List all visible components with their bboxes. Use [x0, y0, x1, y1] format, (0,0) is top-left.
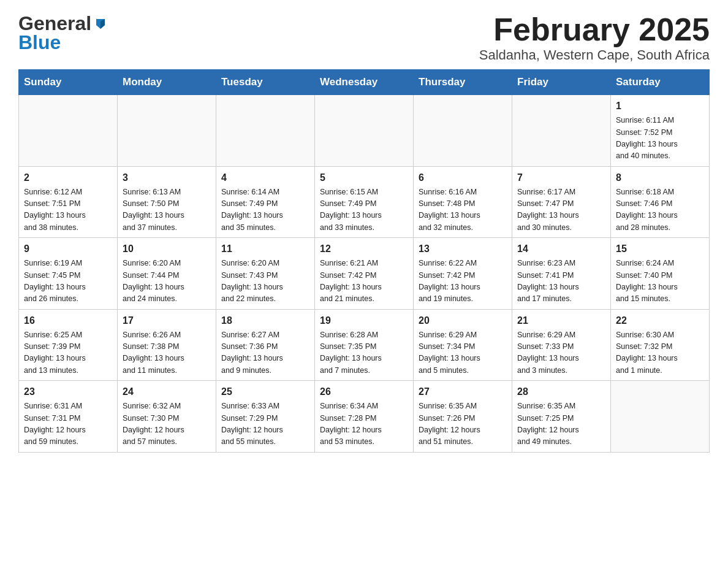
- calendar-day-cell: 6Sunrise: 6:16 AMSunset: 7:48 PMDaylight…: [414, 166, 512, 238]
- calendar-day-cell: 7Sunrise: 6:17 AMSunset: 7:47 PMDaylight…: [512, 166, 611, 238]
- day-sun-info: Sunrise: 6:15 AMSunset: 7:49 PMDaylight:…: [320, 186, 408, 234]
- day-sun-info: Sunrise: 6:20 AMSunset: 7:43 PMDaylight:…: [221, 258, 309, 305]
- day-number: 20: [419, 313, 507, 328]
- calendar-day-cell: 12Sunrise: 6:21 AMSunset: 7:42 PMDayligh…: [315, 238, 414, 310]
- day-of-week-header: Wednesday: [315, 70, 414, 95]
- calendar-body: 1Sunrise: 6:11 AMSunset: 7:52 PMDaylight…: [19, 95, 710, 453]
- day-number: 25: [221, 385, 309, 399]
- day-number: 26: [320, 385, 408, 399]
- calendar-week-row: 16Sunrise: 6:25 AMSunset: 7:39 PMDayligh…: [19, 309, 710, 381]
- day-sun-info: Sunrise: 6:27 AMSunset: 7:36 PMDaylight:…: [221, 329, 309, 377]
- day-sun-info: Sunrise: 6:18 AMSunset: 7:46 PMDaylight:…: [616, 186, 704, 234]
- calendar-day-cell: [216, 95, 315, 167]
- calendar-day-cell: 25Sunrise: 6:33 AMSunset: 7:29 PMDayligh…: [216, 381, 315, 453]
- calendar-day-cell: [611, 381, 710, 453]
- day-number: 14: [517, 242, 605, 256]
- calendar-day-cell: 9Sunrise: 6:19 AMSunset: 7:45 PMDaylight…: [19, 238, 118, 310]
- calendar-day-cell: 20Sunrise: 6:29 AMSunset: 7:34 PMDayligh…: [414, 309, 512, 381]
- calendar-day-cell: 15Sunrise: 6:24 AMSunset: 7:40 PMDayligh…: [611, 238, 710, 310]
- day-number: 28: [517, 385, 605, 399]
- calendar-day-cell: 16Sunrise: 6:25 AMSunset: 7:39 PMDayligh…: [19, 309, 118, 381]
- calendar-day-cell: 11Sunrise: 6:20 AMSunset: 7:43 PMDayligh…: [216, 238, 315, 310]
- day-sun-info: Sunrise: 6:28 AMSunset: 7:35 PMDaylight:…: [320, 329, 408, 377]
- calendar-day-cell: 18Sunrise: 6:27 AMSunset: 7:36 PMDayligh…: [216, 309, 315, 381]
- calendar-day-cell: [118, 95, 216, 167]
- calendar-day-cell: 21Sunrise: 6:29 AMSunset: 7:33 PMDayligh…: [512, 309, 611, 381]
- day-sun-info: Sunrise: 6:26 AMSunset: 7:38 PMDaylight:…: [123, 329, 211, 377]
- calendar-day-cell: 27Sunrise: 6:35 AMSunset: 7:26 PMDayligh…: [414, 381, 512, 453]
- day-number: 24: [123, 385, 211, 399]
- day-number: 12: [320, 242, 408, 256]
- calendar-header: SundayMondayTuesdayWednesdayThursdayFrid…: [19, 70, 710, 95]
- day-sun-info: Sunrise: 6:35 AMSunset: 7:26 PMDaylight:…: [419, 400, 507, 448]
- day-sun-info: Sunrise: 6:23 AMSunset: 7:41 PMDaylight:…: [517, 258, 605, 305]
- day-number: 6: [419, 170, 507, 185]
- day-number: 21: [517, 313, 605, 328]
- day-number: 27: [419, 385, 507, 399]
- day-of-week-header: Saturday: [611, 70, 710, 95]
- day-sun-info: Sunrise: 6:17 AMSunset: 7:47 PMDaylight:…: [517, 186, 605, 234]
- calendar-day-cell: [19, 95, 118, 167]
- calendar-location: Saldanha, Western Cape, South Africa: [479, 47, 710, 63]
- day-sun-info: Sunrise: 6:31 AMSunset: 7:31 PMDaylight:…: [24, 400, 112, 448]
- calendar-day-cell: 4Sunrise: 6:14 AMSunset: 7:49 PMDaylight…: [216, 166, 315, 238]
- day-number: 4: [221, 170, 309, 185]
- day-sun-info: Sunrise: 6:29 AMSunset: 7:33 PMDaylight:…: [517, 329, 605, 377]
- day-of-week-header: Monday: [118, 70, 216, 95]
- calendar-month-year: February 2025: [479, 12, 710, 47]
- calendar-day-cell: 23Sunrise: 6:31 AMSunset: 7:31 PMDayligh…: [19, 381, 118, 453]
- day-sun-info: Sunrise: 6:19 AMSunset: 7:45 PMDaylight:…: [24, 258, 112, 305]
- day-number: 19: [320, 313, 408, 328]
- day-number: 2: [24, 170, 112, 185]
- logo-blue-text: Blue: [18, 31, 61, 54]
- day-number: 13: [419, 242, 507, 256]
- calendar-week-row: 23Sunrise: 6:31 AMSunset: 7:31 PMDayligh…: [19, 381, 710, 453]
- day-sun-info: Sunrise: 6:32 AMSunset: 7:30 PMDaylight:…: [123, 400, 211, 448]
- day-number: 9: [24, 242, 112, 256]
- day-number: 3: [123, 170, 211, 185]
- day-sun-info: Sunrise: 6:12 AMSunset: 7:51 PMDaylight:…: [24, 186, 112, 234]
- day-sun-info: Sunrise: 6:33 AMSunset: 7:29 PMDaylight:…: [221, 400, 309, 448]
- day-sun-info: Sunrise: 6:13 AMSunset: 7:50 PMDaylight:…: [123, 186, 211, 234]
- day-of-week-header: Tuesday: [216, 70, 315, 95]
- day-sun-info: Sunrise: 6:21 AMSunset: 7:42 PMDaylight:…: [320, 258, 408, 305]
- day-of-week-header: Thursday: [414, 70, 512, 95]
- day-sun-info: Sunrise: 6:22 AMSunset: 7:42 PMDaylight:…: [419, 258, 507, 305]
- calendar-day-cell: 10Sunrise: 6:20 AMSunset: 7:44 PMDayligh…: [118, 238, 216, 310]
- calendar-day-cell: 3Sunrise: 6:13 AMSunset: 7:50 PMDaylight…: [118, 166, 216, 238]
- day-number: 23: [24, 385, 112, 399]
- calendar-week-row: 9Sunrise: 6:19 AMSunset: 7:45 PMDaylight…: [19, 238, 710, 310]
- day-sun-info: Sunrise: 6:11 AMSunset: 7:52 PMDaylight:…: [616, 115, 704, 163]
- calendar-day-cell: 5Sunrise: 6:15 AMSunset: 7:49 PMDaylight…: [315, 166, 414, 238]
- calendar-day-cell: 28Sunrise: 6:35 AMSunset: 7:25 PMDayligh…: [512, 381, 611, 453]
- calendar-title-block: February 2025 Saldanha, Western Cape, So…: [479, 12, 710, 63]
- day-of-week-header: Friday: [512, 70, 611, 95]
- day-sun-info: Sunrise: 6:34 AMSunset: 7:28 PMDaylight:…: [320, 400, 408, 448]
- day-number: 11: [221, 242, 309, 256]
- calendar-day-cell: 1Sunrise: 6:11 AMSunset: 7:52 PMDaylight…: [611, 95, 710, 167]
- calendar-day-cell: 22Sunrise: 6:30 AMSunset: 7:32 PMDayligh…: [611, 309, 710, 381]
- calendar-table: SundayMondayTuesdayWednesdayThursdayFrid…: [18, 69, 710, 453]
- calendar-day-cell: [315, 95, 414, 167]
- day-sun-info: Sunrise: 6:24 AMSunset: 7:40 PMDaylight:…: [616, 258, 704, 305]
- day-sun-info: Sunrise: 6:16 AMSunset: 7:48 PMDaylight:…: [419, 186, 507, 234]
- calendar-day-cell: 13Sunrise: 6:22 AMSunset: 7:42 PMDayligh…: [414, 238, 512, 310]
- day-number: 8: [616, 170, 704, 185]
- calendar-day-cell: [414, 95, 512, 167]
- day-sun-info: Sunrise: 6:20 AMSunset: 7:44 PMDaylight:…: [123, 258, 211, 305]
- day-number: 16: [24, 313, 112, 328]
- day-number: 22: [616, 313, 704, 328]
- calendar-day-cell: 26Sunrise: 6:34 AMSunset: 7:28 PMDayligh…: [315, 381, 414, 453]
- day-sun-info: Sunrise: 6:14 AMSunset: 7:49 PMDaylight:…: [221, 186, 309, 234]
- day-sun-info: Sunrise: 6:25 AMSunset: 7:39 PMDaylight:…: [24, 329, 112, 377]
- days-of-week-row: SundayMondayTuesdayWednesdayThursdayFrid…: [19, 70, 710, 95]
- day-of-week-header: Sunday: [19, 70, 118, 95]
- calendar-day-cell: 19Sunrise: 6:28 AMSunset: 7:35 PMDayligh…: [315, 309, 414, 381]
- page-header: General Blue February 2025 Saldanha, Wes…: [18, 12, 710, 63]
- day-number: 5: [320, 170, 408, 185]
- calendar-day-cell: [512, 95, 611, 167]
- day-number: 7: [517, 170, 605, 185]
- calendar-week-row: 1Sunrise: 6:11 AMSunset: 7:52 PMDaylight…: [19, 95, 710, 167]
- logo-arrow-icon: [94, 17, 107, 33]
- day-sun-info: Sunrise: 6:35 AMSunset: 7:25 PMDaylight:…: [517, 400, 605, 448]
